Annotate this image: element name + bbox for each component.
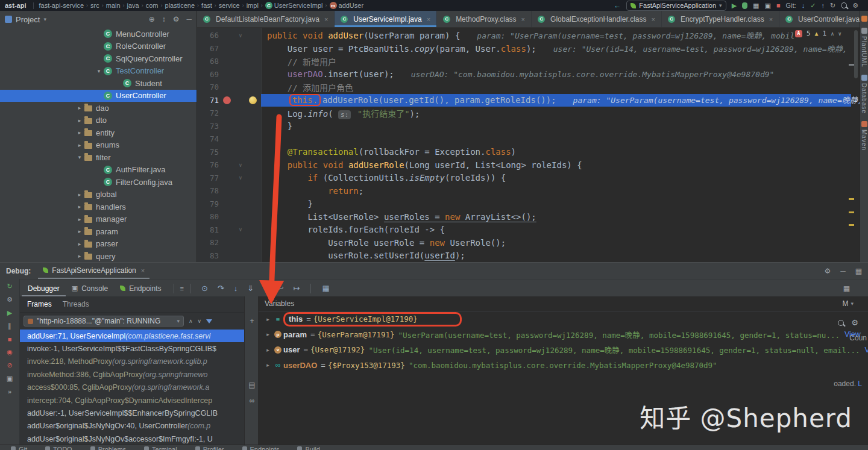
fold-marker-icon[interactable]: ∨ [234, 33, 247, 39]
status-item-todo[interactable]: TODO [45, 445, 72, 450]
loaded-link[interactable]: L [858, 380, 862, 388]
tree-item[interactable]: ▸handlers [0, 201, 197, 213]
add-watch-button[interactable]: + [245, 317, 259, 325]
tab-console[interactable]: ▣Console [66, 280, 114, 297]
editor-tab[interactable]: CMethodProxy.class× [437, 11, 532, 27]
breadcrumb-item[interactable]: com [146, 2, 159, 9]
chevron-down-icon[interactable]: ▾ [75, 154, 84, 160]
stack-frame[interactable]: access$000:85, CglibAopProxy (org.spring… [20, 381, 244, 394]
chevron-right-icon[interactable]: ▸ [263, 347, 272, 353]
stack-frame[interactable]: addUser:71, UserServiceImpl (com.plastic… [20, 330, 244, 342]
close-icon[interactable]: × [141, 267, 145, 274]
editor-tab[interactable]: CUserServiceImpl.java× [335, 11, 437, 27]
code-line[interactable]: 66∨public void addUser(UserParam param) … [197, 29, 851, 42]
stripe-mark[interactable] [849, 198, 854, 200]
chevron-down-icon[interactable]: ▾ [43, 16, 46, 22]
coverage-button[interactable]: ▦ [753, 2, 759, 10]
tree-item[interactable]: CMenuController [0, 28, 197, 40]
code-line[interactable]: 80 List<UserRole> userRoles = new ArrayL… [197, 210, 851, 223]
variable-row[interactable]: ▸∞userDAO={$Proxy153@17193}"com.baomidou… [259, 358, 868, 373]
back-navigation-icon[interactable]: ← [614, 1, 621, 10]
breadcrumb-item[interactable]: java [127, 2, 139, 9]
tab-debugger[interactable]: Debugger [22, 280, 66, 297]
breadcrumb-item[interactable]: src [90, 2, 99, 9]
breadcrumb-item[interactable]: service [219, 2, 240, 9]
stack-frame[interactable]: intercept:704, CglibAopProxy$DynamicAdvi… [20, 394, 244, 407]
breakpoint-icon[interactable] [223, 96, 231, 104]
variables-settings-icon[interactable]: ⚙ [851, 318, 858, 327]
next-frame-icon[interactable]: ∨ [198, 318, 202, 324]
code-line[interactable]: 76∨ public void addUserRole(Long userId,… [197, 158, 851, 172]
breadcrumb-method[interactable]: maddUser [330, 2, 364, 9]
code-line[interactable]: 82 UserRole userRole = new UserRole(); [197, 236, 851, 249]
code-line[interactable]: 73 } [197, 120, 851, 133]
fold-marker-icon[interactable]: ∨ [234, 175, 247, 181]
tree-item[interactable]: CRoleController [0, 40, 197, 53]
status-item-profiler[interactable]: Profiler [195, 445, 224, 450]
chevron-right-icon[interactable]: ▸ [75, 253, 84, 259]
code-line[interactable]: 79 } [197, 198, 851, 211]
code-line[interactable]: 68 // 新增用户 [197, 55, 851, 68]
pause-button[interactable]: ∥ [8, 322, 11, 330]
debug-button[interactable] [742, 2, 747, 9]
rerun-button[interactable]: ↻ [7, 283, 12, 290]
history-icon[interactable]: ↻ [830, 2, 835, 10]
prev-problem-icon[interactable]: ∧ [831, 31, 834, 37]
search-icon[interactable] [838, 320, 844, 326]
status-item-git[interactable]: Git [11, 445, 27, 450]
code-line[interactable]: 78 return; [197, 184, 851, 198]
tool-stripe-maven[interactable]: Maven [861, 121, 867, 151]
variable-row[interactable]: ▸pparam={UserParam@17191}"UserParam(user… [259, 327, 868, 343]
stack-frame[interactable]: invokeMethod:386, CglibAopProxy (org.spr… [20, 368, 244, 381]
code-editor[interactable]: 66∨public void addUser(UserParam param) … [197, 28, 860, 262]
tree-item[interactable]: ▸entity [0, 127, 197, 139]
commit-icon[interactable]: ✓ [810, 2, 816, 10]
stop-button[interactable]: ■ [776, 2, 781, 9]
breadcrumb-item[interactable]: fast-api-service [39, 2, 84, 9]
project-settings-button[interactable]: ⚙ [173, 15, 180, 23]
memory-view-button[interactable]: M ▾ [842, 299, 854, 308]
restore-layout-button[interactable]: ▦ [843, 284, 850, 293]
chevron-right-icon[interactable]: ▸ [75, 142, 84, 148]
tab-frames[interactable]: Frames [27, 300, 52, 308]
tree-item[interactable]: ▸enums [0, 139, 197, 152]
code-line[interactable]: 74 [197, 133, 851, 146]
code-line[interactable]: 69 userDAO.insert(user);userDAO: "com.ba… [197, 68, 851, 81]
variable-row[interactable]: ▸vuser={User@17192}"User(id=14, username… [259, 342, 868, 358]
evaluate-expression-button[interactable]: ▦ [322, 284, 329, 293]
fold-marker-icon[interactable]: ∨ [234, 227, 247, 233]
chevron-right-icon[interactable]: ▸ [263, 331, 272, 337]
breadcrumb-class[interactable]: CUserServiceImpl [265, 2, 323, 9]
hide-panel-button[interactable]: ─ [186, 15, 192, 23]
editor-tab[interactable]: CDefaultListableBeanFactory.java× [197, 11, 335, 27]
force-step-into-button[interactable]: ⇓ [247, 284, 254, 293]
chevron-right-icon[interactable]: ▸ [75, 130, 84, 136]
stack-frame[interactable]: addUser$original$JsNyNgOv$accessor$ImFmg… [20, 433, 244, 445]
stack-frame[interactable]: invoke:-1, UserServiceImpl$$FastClassByS… [20, 342, 244, 355]
status-item-endpoints[interactable]: Endpoints [242, 445, 280, 450]
watch-button[interactable]: ∞ [245, 396, 259, 405]
expand-collapse-button[interactable]: ↕ [162, 15, 166, 23]
code-line[interactable]: 75 @Transactional(rollbackFor = Exceptio… [197, 146, 851, 159]
hide-debug-button[interactable]: ─ [840, 267, 846, 275]
layout-menu-icon[interactable]: ≡ [180, 285, 184, 292]
more-actions-button[interactable]: » [8, 388, 11, 395]
code-line[interactable]: 83 userRole.setUserId(userId); [197, 249, 851, 263]
editor-tab[interactable]: CGlobalExceptionHandler.class× [532, 11, 662, 27]
code-line[interactable]: 71 this.addUserRole(user.getId(), param.… [197, 94, 851, 107]
step-out-button[interactable]: ↑ [263, 284, 268, 293]
variable-row[interactable]: ▸≡this={UserServiceImpl@17190} [259, 311, 868, 327]
chevron-right-icon[interactable]: ▸ [75, 204, 84, 210]
tree-item[interactable]: ▸global [0, 189, 197, 201]
tool-stripe-plantuml[interactable]: PlantUML [861, 28, 867, 67]
view-link[interactable]: View [865, 346, 868, 354]
chevron-right-icon[interactable]: ▸ [75, 216, 84, 222]
code-line[interactable]: 81∨ roleIds.forEach(roleId -> { [197, 223, 851, 237]
breadcrumb-item[interactable]: plasticene [165, 2, 195, 9]
step-into-button[interactable]: ↓ [234, 284, 238, 293]
resume-button[interactable]: ▶ [7, 309, 12, 317]
stripe-mark[interactable] [849, 224, 854, 226]
push-icon[interactable]: ↑ [821, 2, 825, 9]
tree-item[interactable]: ▸dao [0, 102, 197, 114]
mute-breakpoints-button[interactable]: ⊘ [7, 361, 12, 369]
